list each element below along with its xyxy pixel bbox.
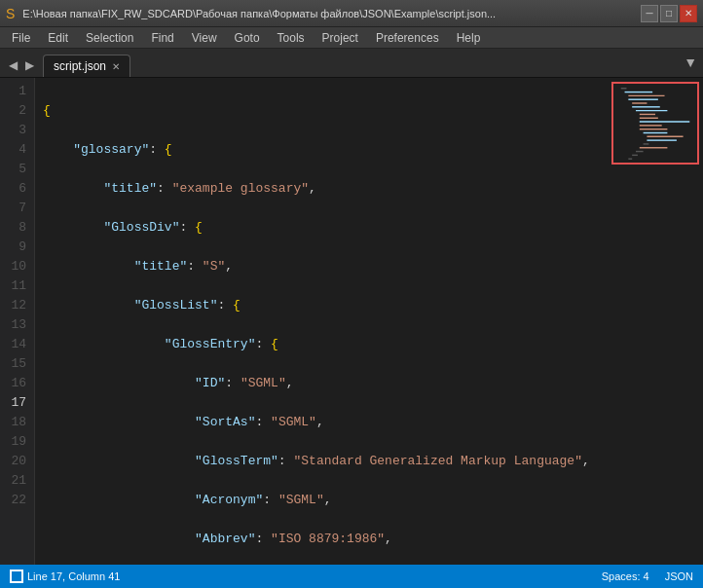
status-left: Line 17, Column 41 xyxy=(10,570,120,583)
cursor-position[interactable]: Line 17, Column 41 xyxy=(27,570,120,582)
tab-navigation: ◀ ▶ xyxy=(6,57,37,73)
tab-label: script.json xyxy=(54,59,106,73)
line-number: 6 xyxy=(10,179,26,199)
line-number: 16 xyxy=(10,374,26,393)
line-number: 10 xyxy=(10,257,26,276)
tab-script-json[interactable]: script.json ✕ xyxy=(43,55,130,77)
line-number: 12 xyxy=(10,296,26,315)
line-number: 8 xyxy=(10,218,26,238)
line-number: 15 xyxy=(10,354,26,374)
status-bar: Line 17, Column 41 Spaces: 4 JSON xyxy=(0,565,703,588)
title-bar: S E:\Новая папка\FIX_RW_SDCARD\Рабочая п… xyxy=(0,0,703,27)
line-number: 5 xyxy=(10,160,26,179)
line-number: 1 xyxy=(10,82,26,101)
window-controls: ─ □ ✕ xyxy=(641,5,697,22)
minimap-canvas xyxy=(613,84,697,163)
line-number: 2 xyxy=(10,101,26,121)
line-number: 13 xyxy=(10,315,26,335)
line-number: 4 xyxy=(10,140,26,160)
menu-help[interactable]: Help xyxy=(449,27,489,48)
menu-bar: File Edit Selection Find View Goto Tools… xyxy=(0,27,703,49)
line-number: 21 xyxy=(10,471,26,491)
minimap[interactable] xyxy=(611,82,699,165)
spaces-indicator[interactable]: Spaces: 4 xyxy=(602,570,649,582)
line-number: 9 xyxy=(10,238,26,257)
line-number: 22 xyxy=(10,491,26,510)
line-number: 14 xyxy=(10,335,26,354)
nav-next-arrow[interactable]: ▶ xyxy=(22,57,37,73)
menu-selection[interactable]: Selection xyxy=(78,27,141,48)
line-number: 11 xyxy=(10,276,26,296)
menu-tools[interactable]: Tools xyxy=(270,27,313,48)
line-numbers: 1 2 3 4 5 6 7 8 9 10 11 12 13 14 15 16 1… xyxy=(0,78,35,565)
line-number: 3 xyxy=(10,121,26,140)
close-button[interactable]: ✕ xyxy=(680,5,697,22)
status-right: Spaces: 4 JSON xyxy=(602,570,693,582)
menu-view[interactable]: View xyxy=(184,27,225,48)
line-number: 19 xyxy=(10,432,26,452)
line-number: 7 xyxy=(10,199,26,218)
editor-container: 1 2 3 4 5 6 7 8 9 10 11 12 13 14 15 16 1… xyxy=(0,78,703,565)
menu-edit[interactable]: Edit xyxy=(40,27,76,48)
line-number: 20 xyxy=(10,452,26,471)
line-number: 18 xyxy=(10,413,26,432)
line-number: 17 xyxy=(10,393,26,413)
tab-close-button[interactable]: ✕ xyxy=(112,61,120,72)
title-text: E:\Новая папка\FIX_RW_SDCARD\Рабочая пап… xyxy=(18,8,641,19)
language-indicator[interactable]: JSON xyxy=(665,570,693,582)
nav-prev-arrow[interactable]: ◀ xyxy=(6,57,20,73)
menu-preferences[interactable]: Preferences xyxy=(368,27,447,48)
menu-find[interactable]: Find xyxy=(143,27,181,48)
menu-goto[interactable]: Goto xyxy=(227,27,268,48)
minimize-button[interactable]: ─ xyxy=(641,5,658,22)
menu-file[interactable]: File xyxy=(4,27,38,48)
tab-bar: ◀ ▶ script.json ✕ ▼ xyxy=(0,49,703,78)
status-icon xyxy=(10,570,23,583)
menu-project[interactable]: Project xyxy=(314,27,366,48)
maximize-button[interactable]: □ xyxy=(660,5,678,22)
code-editor[interactable]: { "glossary": { "title": "example glossa… xyxy=(35,78,703,565)
tab-dropdown-button[interactable]: ▼ xyxy=(684,55,697,70)
app-icon: S xyxy=(6,6,15,21)
